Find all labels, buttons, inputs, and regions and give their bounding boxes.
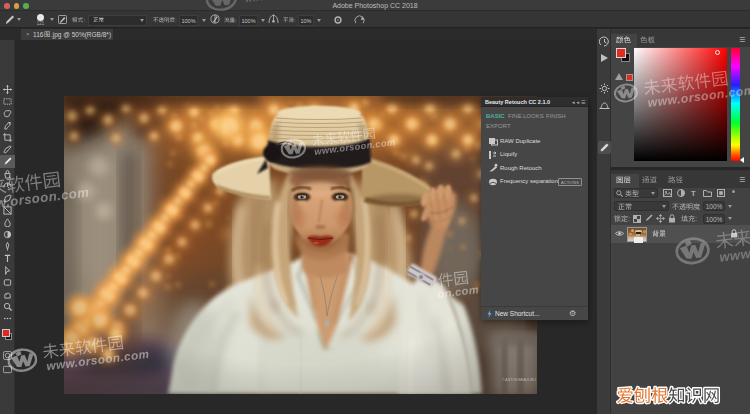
svg-text:© ANTON BEAULIEU: © ANTON BEAULIEU [502, 378, 536, 382]
